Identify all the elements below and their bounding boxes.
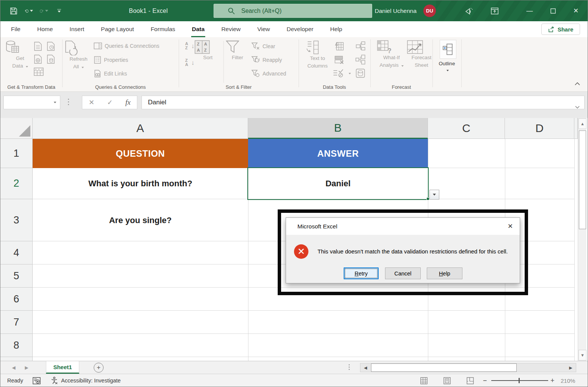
share-button[interactable]: Share — [541, 24, 580, 35]
zoom-level[interactable]: 210% — [561, 374, 575, 387]
cell-a3[interactable]: Are you single? — [33, 199, 248, 241]
vertical-scrollbar[interactable]: ▲ ▼ — [578, 118, 586, 361]
reapply-filter-button: Reapply — [252, 56, 282, 64]
sort-button: ZAAZ Sort — [195, 40, 221, 61]
name-box-chevron[interactable] — [54, 102, 57, 103]
formula-bar-handle[interactable] — [68, 99, 69, 105]
sheet-nav-left-icon[interactable]: ◀ — [8, 361, 19, 374]
normal-view-icon[interactable] — [420, 377, 428, 384]
undo-icon[interactable] — [25, 7, 33, 15]
macro-record-icon[interactable] — [33, 374, 41, 387]
sheet-nav-right-icon[interactable]: ▶ — [21, 361, 32, 374]
filter-icon — [226, 40, 249, 54]
row-header-1[interactable]: 1 — [0, 139, 33, 168]
row-header-3[interactable]: 3 — [0, 199, 33, 241]
vertical-scroll-thumb[interactable] — [579, 131, 586, 229]
name-box[interactable] — [3, 96, 60, 109]
tab-data[interactable]: Data — [184, 21, 213, 37]
from-table-range-icon[interactable] — [47, 55, 55, 64]
tab-developer[interactable]: Developer — [278, 21, 322, 37]
page-layout-view-icon[interactable] — [443, 377, 451, 384]
tab-file[interactable]: File — [3, 21, 29, 37]
avatar[interactable]: DU — [423, 5, 436, 17]
cell-a1[interactable]: QUESTION — [33, 139, 248, 168]
scroll-down-arrow[interactable]: ▼ — [579, 350, 586, 360]
advanced-filter-button: Advanced — [252, 70, 286, 77]
manage-data-model-icon[interactable] — [355, 68, 365, 78]
zoom-out-icon[interactable]: − — [483, 377, 487, 385]
existing-connections-icon[interactable] — [34, 68, 44, 76]
cancel-entry-icon[interactable]: ✕ — [89, 98, 94, 107]
dialog-close-icon[interactable]: ✕ — [501, 218, 520, 235]
outline-chevron[interactable] — [447, 70, 449, 71]
row-header-5[interactable]: 5 — [0, 264, 33, 288]
horizontal-scroll-thumb[interactable] — [371, 363, 517, 372]
column-header-a[interactable]: A — [33, 118, 248, 139]
scroll-up-arrow[interactable]: ▲ — [579, 118, 586, 129]
tab-help[interactable]: Help — [322, 21, 351, 37]
column-header-b[interactable]: B — [248, 118, 428, 139]
cell-a2[interactable]: What is your birth month? — [33, 168, 248, 199]
scroll-right-arrow[interactable]: ▶ — [566, 363, 576, 372]
collapse-ribbon-icon[interactable] — [575, 82, 580, 85]
data-validation-chevron[interactable] — [349, 73, 351, 74]
column-header-d[interactable]: D — [505, 118, 574, 139]
scroll-left-arrow[interactable]: ◀ — [360, 363, 371, 372]
from-web-icon[interactable] — [34, 55, 42, 64]
tab-review[interactable]: Review — [213, 21, 249, 37]
coming-soon-icon[interactable] — [460, 0, 478, 21]
tab-page-layout[interactable]: Page Layout — [93, 21, 142, 37]
outline-button[interactable] — [440, 40, 456, 59]
tab-view[interactable]: View — [249, 21, 278, 37]
cell-b1[interactable]: ANSWER — [248, 139, 428, 168]
row-header-8[interactable]: 8 — [0, 334, 33, 357]
save-icon[interactable] — [9, 7, 18, 15]
svg-text:A: A — [204, 42, 207, 46]
accessibility-status[interactable]: Accessibility: Investigate — [50, 374, 121, 387]
horizontal-scrollbar[interactable]: ◀ ▶ — [360, 363, 576, 372]
recent-sources-icon[interactable] — [47, 42, 55, 51]
close-button[interactable]: ✕ — [567, 0, 585, 21]
search-input[interactable]: Search (Alt+Q) — [214, 4, 372, 18]
tab-bar-resize-handle[interactable] — [349, 364, 350, 370]
new-sheet-button[interactable]: + — [94, 363, 104, 373]
title-bar: Book1 - Excel Search (Alt+Q) Daniel Uche… — [0, 0, 588, 21]
tab-home[interactable]: Home — [29, 21, 61, 37]
select-all-corner[interactable] — [0, 118, 33, 139]
formula-input[interactable]: Daniel — [141, 96, 585, 109]
relationships-icon[interactable] — [355, 55, 365, 64]
from-text-csv-icon[interactable] — [34, 42, 42, 51]
ribbon-display-options-icon[interactable] — [486, 0, 503, 21]
data-validation-dropdown-button[interactable] — [429, 190, 439, 200]
retry-button[interactable]: Retry — [344, 267, 379, 279]
maximize-button[interactable] — [544, 0, 562, 21]
row-header-7[interactable]: 7 — [0, 311, 33, 334]
consolidate-icon[interactable] — [355, 41, 365, 51]
get-data-button[interactable]: Get Data — [6, 40, 35, 69]
fill-handle[interactable] — [426, 197, 429, 200]
svg-text:?: ? — [387, 47, 391, 54]
row-header-6[interactable]: 6 — [0, 288, 33, 311]
zoom-slider[interactable] — [491, 380, 548, 381]
zoom-in-icon[interactable]: + — [550, 377, 555, 385]
expand-formula-bar-chevron[interactable] — [575, 106, 580, 109]
page-break-preview-icon[interactable] — [467, 377, 474, 384]
insert-function-icon[interactable]: fx — [126, 98, 131, 107]
row-header-4[interactable]: 4 — [0, 241, 33, 264]
minimize-button[interactable]: — — [521, 0, 538, 21]
group-label-get-transform: Get & Transform Data — [0, 84, 62, 91]
account-area[interactable]: Daniel Uchenna DU — [375, 0, 436, 21]
help-button[interactable]: Help — [427, 267, 462, 279]
zoom-slider-thumb[interactable] — [519, 378, 520, 383]
customize-qat-icon[interactable] — [55, 7, 63, 15]
remove-duplicates-icon[interactable] — [334, 55, 344, 64]
flash-fill-icon[interactable] — [334, 42, 344, 51]
row-header-2[interactable]: 2 — [0, 168, 33, 199]
cancel-button[interactable]: Cancel — [385, 267, 421, 279]
enter-entry-icon[interactable]: ✓ — [107, 98, 113, 107]
tab-insert[interactable]: Insert — [61, 21, 93, 37]
tab-formulas[interactable]: Formulas — [142, 21, 184, 37]
column-header-c[interactable]: C — [428, 118, 505, 139]
sheet-tab-sheet1[interactable]: Sheet1 — [46, 361, 79, 374]
data-validation-icon[interactable] — [333, 69, 344, 77]
